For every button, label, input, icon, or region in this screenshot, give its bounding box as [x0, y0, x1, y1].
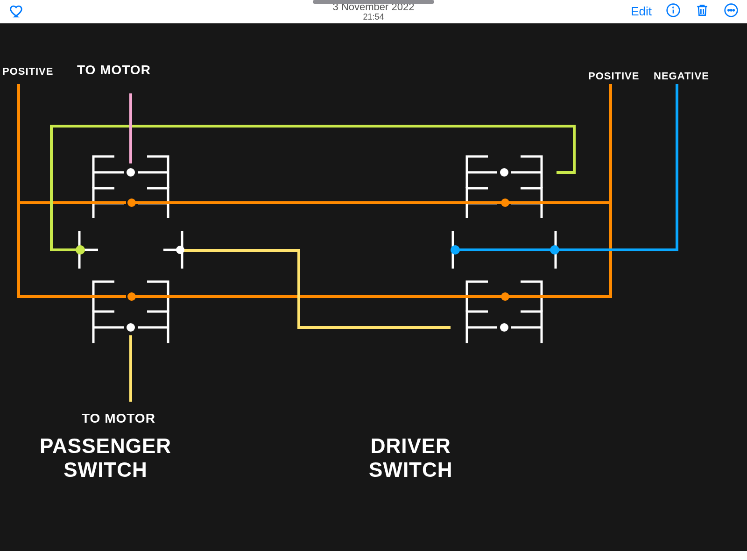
svg-point-10 — [501, 292, 509, 301]
passenger-switch-body — [79, 156, 182, 343]
wiring-diagram: POSITIVE TO MOTOR POSITIVE NEGATIVE TO M… — [0, 23, 747, 551]
more-button[interactable] — [724, 3, 739, 20]
terminals-yellowgreen — [76, 245, 85, 255]
svg-point-5 — [731, 10, 732, 11]
svg-point-18 — [500, 323, 508, 332]
svg-point-11 — [451, 245, 460, 255]
trash-icon — [695, 3, 710, 18]
svg-point-7 — [127, 198, 136, 207]
diagram-svg — [0, 23, 747, 551]
svg-point-13 — [76, 245, 85, 255]
time-text: 21:54 — [333, 13, 415, 22]
svg-point-4 — [728, 10, 729, 11]
delete-button[interactable] — [695, 3, 710, 20]
svg-point-8 — [127, 292, 136, 301]
wire-link-yellow — [183, 250, 451, 327]
edit-button[interactable]: Edit — [631, 4, 652, 19]
ellipsis-icon — [724, 3, 739, 18]
info-button[interactable] — [666, 3, 681, 20]
svg-point-9 — [501, 198, 509, 207]
info-icon — [666, 3, 681, 18]
svg-point-6 — [733, 10, 734, 11]
svg-point-2 — [673, 7, 673, 7]
favorite-button[interactable] — [9, 3, 25, 21]
photo-date: 3 November 2022 21:54 — [333, 1, 415, 22]
toolbar: 3 November 2022 21:54 Edit — [0, 0, 747, 23]
svg-point-16 — [176, 246, 184, 254]
svg-point-17 — [500, 168, 508, 177]
wire-negative-blue — [453, 84, 677, 250]
handle-pill[interactable] — [313, 0, 434, 4]
heart-icon — [9, 3, 25, 19]
svg-point-14 — [127, 168, 135, 177]
svg-point-15 — [127, 323, 135, 332]
svg-point-12 — [550, 245, 559, 255]
wire-positive-orange — [19, 84, 611, 297]
